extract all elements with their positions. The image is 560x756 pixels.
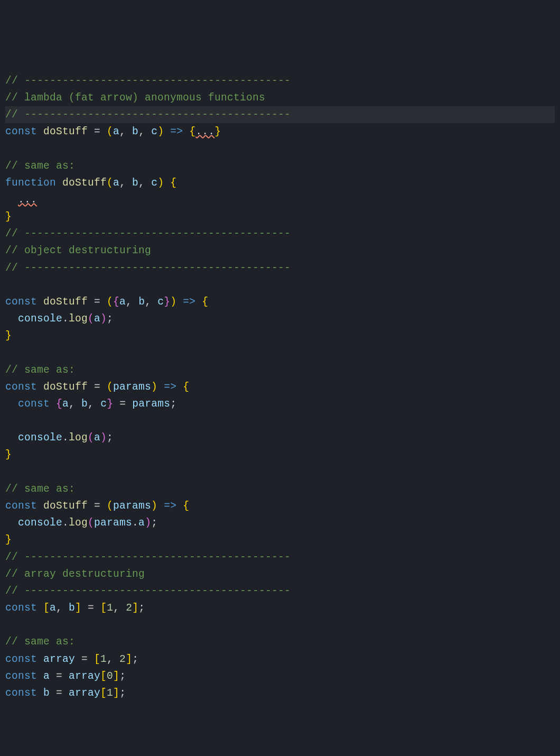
code-line: } <box>5 327 555 344</box>
code-line: const doStuff = (a, b, c) => {...} <box>5 123 555 140</box>
code-line: } <box>5 208 555 225</box>
code-line: const [a, b] = [1, 2]; <box>5 600 555 616</box>
code-line: // object destructuring <box>5 242 555 259</box>
code-line: // lambda (fat arrow) anonymous function… <box>5 89 555 106</box>
code-line: } <box>5 446 555 463</box>
code-line: const a = array[0]; <box>5 668 555 685</box>
code-line <box>5 412 555 429</box>
code-line: console.log(a); <box>5 429 555 446</box>
code-editor[interactable]: // -------------------------------------… <box>5 72 555 702</box>
code-line: const doStuff = (params) => { <box>5 379 555 395</box>
code-line <box>5 276 555 293</box>
code-line: // same as: <box>5 481 555 497</box>
code-line: // same as: <box>5 362 555 379</box>
code-line: // array destructuring <box>5 566 555 583</box>
code-line: const b = array[1]; <box>5 685 555 702</box>
code-line: // -------------------------------------… <box>5 583 555 600</box>
code-line: // -------------------------------------… <box>5 260 555 276</box>
code-line-active: // -------------------------------------… <box>5 106 555 123</box>
code-line: const doStuff = ({a, b, c}) => { <box>5 293 555 310</box>
code-line: // -------------------------------------… <box>5 225 555 242</box>
code-line: // same as: <box>5 158 555 174</box>
code-line: // same as: <box>5 633 555 650</box>
code-line: console.log(a); <box>5 310 555 327</box>
code-line: ... <box>5 191 555 208</box>
code-line: // -------------------------------------… <box>5 549 555 566</box>
code-line: const {a, b, c} = params; <box>5 395 555 412</box>
code-line <box>5 464 555 481</box>
code-line: // -------------------------------------… <box>5 72 555 89</box>
code-line <box>5 140 555 157</box>
code-line: } <box>5 531 555 548</box>
code-line: const doStuff = (params) => { <box>5 497 555 514</box>
code-line <box>5 616 555 633</box>
code-line <box>5 344 555 361</box>
code-line: function doStuff(a, b, c) { <box>5 174 555 191</box>
code-line: console.log(params.a); <box>5 514 555 531</box>
code-line: const array = [1, 2]; <box>5 651 555 668</box>
